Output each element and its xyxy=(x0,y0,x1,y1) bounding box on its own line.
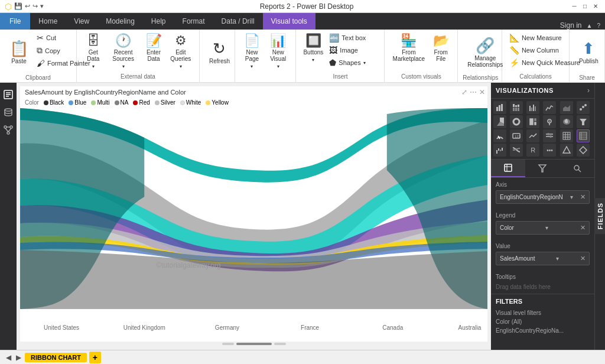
viz-pie-icon[interactable] xyxy=(493,115,506,128)
viz-ribbon-chart-icon[interactable] xyxy=(510,144,523,157)
axis-remove-icon[interactable]: ✕ xyxy=(580,193,586,201)
svg-point-53 xyxy=(549,135,552,138)
axis-drop-icon[interactable]: ▾ xyxy=(570,194,573,200)
legend-field-box[interactable]: Color ▾ ✕ xyxy=(496,221,590,235)
tab-visual-tools[interactable]: Visual tools xyxy=(263,13,315,30)
viz-gauge-icon[interactable] xyxy=(493,129,506,142)
text-box-button[interactable]: 🔤 Text box xyxy=(327,32,368,44)
legend-yellow: Yellow xyxy=(206,99,229,106)
nav-data-icon[interactable] xyxy=(1,105,15,119)
svg-point-5 xyxy=(4,126,6,128)
viz-area-icon[interactable] xyxy=(560,101,573,114)
tab-data-drill[interactable]: Data / Drill xyxy=(213,13,263,30)
viz-treemap-icon[interactable] xyxy=(526,115,539,128)
value-remove-icon[interactable]: ✕ xyxy=(580,255,586,262)
from-marketplace-button[interactable]: 🏪 From Marketplace xyxy=(389,32,428,64)
window-title: Reports 2 - Power BI Desktop xyxy=(44,2,570,11)
svg-point-32 xyxy=(580,108,582,110)
recent-sources-button[interactable]: 🕐 Recent Sources ▾ xyxy=(106,32,141,72)
close-button[interactable]: ✕ xyxy=(591,2,600,11)
svg-text:United Kingdom: United Kingdom xyxy=(123,324,165,331)
new-page-button[interactable]: 📄 New Page ▾ xyxy=(240,32,264,72)
tab-format[interactable]: Format xyxy=(174,13,213,30)
filter-color[interactable]: Color (All) xyxy=(496,317,590,326)
viz-more-icon[interactable]: ••• xyxy=(543,144,556,157)
shapes-button[interactable]: ⬟ Shapes ▾ xyxy=(327,57,368,69)
viz-custom1-icon[interactable] xyxy=(560,144,573,157)
tab-search-icon[interactable] xyxy=(560,160,594,177)
new-page-icon: 📄 xyxy=(244,34,260,47)
page-nav-left[interactable]: ◀ xyxy=(5,353,12,362)
page-nav-right[interactable]: ▶ xyxy=(15,353,22,362)
visualizations-header: VISUALIZATIONS › xyxy=(491,83,594,99)
undo-icon[interactable]: ↩ xyxy=(25,2,30,10)
get-data-icon: 🗄 xyxy=(87,34,100,47)
tab-home[interactable]: Home xyxy=(30,13,66,30)
viz-stacked-bar-icon[interactable] xyxy=(510,101,523,114)
viz-table-icon[interactable] xyxy=(560,129,573,142)
viz-scatter-icon[interactable] xyxy=(577,101,590,114)
minimize-button[interactable]: ─ xyxy=(570,2,579,11)
viz-filled-map-icon[interactable] xyxy=(560,115,573,128)
axis-field-box[interactable]: EnglishCountryRegionN ▾ ✕ xyxy=(496,190,590,204)
viz-r-icon[interactable]: R xyxy=(526,144,539,157)
buttons-button[interactable]: 🔲 Buttons ▾ xyxy=(301,32,326,65)
viz-matrix-icon[interactable] xyxy=(577,129,590,142)
ribbon-group-clipboard: 📋 Paste ✂ Cut ⧉ Copy 🖌 Format Painter Cl… xyxy=(0,30,77,82)
nav-report-icon[interactable] xyxy=(1,87,15,102)
viz-donut-icon[interactable] xyxy=(510,115,523,128)
tab-chevron-up[interactable]: ▲ xyxy=(587,22,593,29)
viz-bar-icon[interactable] xyxy=(493,101,506,114)
tab-fields-icon[interactable] xyxy=(491,160,525,177)
tab-modeling[interactable]: Modeling xyxy=(97,13,143,30)
get-data-button[interactable]: 🗄 Get Data ▾ xyxy=(82,32,105,72)
legend-remove-icon[interactable]: ✕ xyxy=(580,224,586,232)
fields-toggle-panel[interactable]: FIELDS xyxy=(594,83,605,350)
panel-toggle-btn[interactable]: › xyxy=(587,86,590,95)
legend-drop-icon[interactable]: ▾ xyxy=(545,225,548,231)
viz-waterfall-icon[interactable] xyxy=(493,144,506,157)
redo-icon[interactable]: ↪ xyxy=(32,2,38,10)
axis-value: EnglishCountryRegionN xyxy=(500,194,563,200)
manage-relationships-button[interactable]: 🔗 Manage Relationships xyxy=(463,32,508,73)
from-file-button[interactable]: 📂 From File xyxy=(429,32,453,64)
refresh-button[interactable]: ↻ Refresh xyxy=(204,32,235,73)
tab-help[interactable]: Help xyxy=(143,13,174,30)
viz-kpi-icon[interactable] xyxy=(526,129,539,142)
viz-funnel-icon[interactable] xyxy=(577,115,590,128)
viz-map-icon[interactable] xyxy=(543,115,556,128)
tab-filter-icon[interactable] xyxy=(525,160,560,177)
page-tab-ribbon-chart[interactable]: RIBBON CHART xyxy=(25,353,87,362)
value-field-box[interactable]: SalesAmount ▾ ✕ xyxy=(496,252,590,265)
viz-slicer-icon[interactable] xyxy=(543,129,556,142)
add-page-button[interactable]: + xyxy=(89,352,101,363)
viz-card-icon[interactable]: 123 xyxy=(510,129,523,142)
svg-rect-28 xyxy=(531,108,532,111)
viz-custom2-icon[interactable] xyxy=(577,144,590,157)
tab-view[interactable]: View xyxy=(66,13,97,30)
maximize-button[interactable]: □ xyxy=(580,2,590,11)
fields-label[interactable]: FIELDS xyxy=(594,198,606,234)
tab-chevron-down[interactable]: ? xyxy=(597,22,600,29)
save-icon[interactable]: 💾 xyxy=(14,2,22,10)
viz-clustered-icon[interactable] xyxy=(526,101,539,114)
file-tab[interactable]: File xyxy=(0,13,30,30)
enter-data-button[interactable]: 📝 Enter Data xyxy=(141,32,165,64)
chart-watermark: ©tutorialgateway.org xyxy=(156,261,220,269)
tooltips-placeholder: Drag data fields here xyxy=(496,282,590,291)
maximize-chart-icon[interactable]: ⤢ xyxy=(461,88,467,96)
image-button[interactable]: 🖼 Image xyxy=(327,44,368,56)
sign-in-link[interactable]: Sign in xyxy=(560,21,582,30)
publish-button[interactable]: ⬆ Publish xyxy=(574,32,603,73)
edit-queries-button[interactable]: ⚙ Edit Queries ▾ xyxy=(167,32,194,72)
viz-line-icon[interactable] xyxy=(543,101,556,114)
new-visual-button[interactable]: 📊 New Visual ▾ xyxy=(265,32,291,72)
close-chart-icon[interactable]: ✕ xyxy=(479,88,485,96)
ellipsis-chart-icon[interactable]: ⋯ xyxy=(470,88,477,96)
svg-line-75 xyxy=(578,170,581,172)
nav-model-icon[interactable] xyxy=(1,123,15,137)
chart-scrollbar[interactable] xyxy=(222,343,286,345)
paste-button[interactable]: 📋 Paste xyxy=(5,32,33,73)
value-drop-icon[interactable]: ▾ xyxy=(556,255,559,262)
filter-country[interactable]: EnglishCountryRegioNa... xyxy=(496,326,590,335)
